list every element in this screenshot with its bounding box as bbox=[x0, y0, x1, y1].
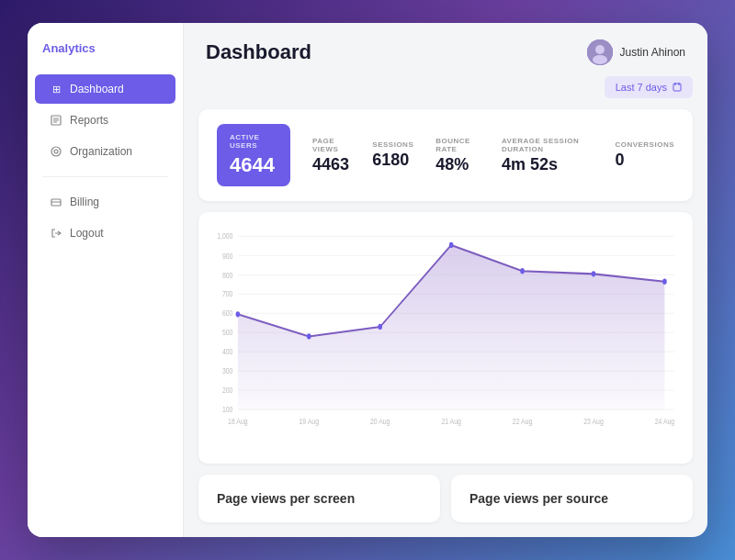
svg-point-4 bbox=[51, 147, 61, 156]
page-views-per-source-card: Page views per source bbox=[451, 475, 693, 522]
line-chart: 1,000 900 800 700 600 500 400 300 200 10… bbox=[213, 227, 678, 429]
sidebar-item-organization[interactable]: Organization bbox=[35, 137, 175, 166]
svg-text:300: 300 bbox=[222, 366, 233, 375]
svg-text:24 Aug: 24 Aug bbox=[655, 417, 675, 426]
page-views-stat: PAGE VIEWS 4463 bbox=[312, 137, 350, 174]
sidebar-item-dashboard[interactable]: ⊞ Dashboard bbox=[35, 74, 175, 104]
avg-session-stat: AVERAGE SESSION DURATION 4m 52s bbox=[502, 137, 593, 174]
content-area: Last 7 days ACTIVE USERS 4644 PAGE VIEWS… bbox=[184, 76, 707, 537]
sessions-stat: SESSIONS 6180 bbox=[372, 140, 413, 170]
svg-text:600: 600 bbox=[222, 308, 233, 318]
billing-icon bbox=[50, 196, 62, 208]
date-filter-row: Last 7 days bbox=[198, 76, 693, 98]
svg-text:800: 800 bbox=[222, 271, 233, 280]
topbar: Dashboard Justin Ahinon bbox=[184, 23, 707, 76]
svg-text:400: 400 bbox=[222, 347, 233, 356]
sidebar-item-logout[interactable]: Logout bbox=[35, 218, 175, 248]
date-filter-button[interactable]: Last 7 days bbox=[605, 76, 693, 98]
sidebar: Analytics ⊞ Dashboard Reports Organizati… bbox=[28, 23, 184, 537]
bounce-rate-stat: BOUNCE RATE 48% bbox=[435, 137, 480, 174]
svg-point-11 bbox=[593, 55, 607, 64]
svg-point-39 bbox=[449, 242, 454, 248]
svg-text:20 Aug: 20 Aug bbox=[370, 417, 390, 426]
active-users-stat: ACTIVE USERS 4644 bbox=[217, 124, 290, 186]
svg-text:900: 900 bbox=[222, 252, 233, 261]
svg-text:23 Aug: 23 Aug bbox=[583, 417, 604, 426]
svg-point-40 bbox=[520, 268, 525, 274]
svg-text:22 Aug: 22 Aug bbox=[513, 417, 533, 426]
user-info: Justin Ahinon bbox=[587, 39, 685, 65]
logout-icon bbox=[50, 227, 62, 240]
svg-text:200: 200 bbox=[222, 386, 233, 395]
svg-point-5 bbox=[54, 150, 58, 153]
svg-text:500: 500 bbox=[222, 328, 233, 337]
page-title: Dashboard bbox=[206, 40, 311, 64]
svg-point-38 bbox=[378, 324, 382, 330]
svg-text:700: 700 bbox=[222, 289, 233, 298]
user-name: Justin Ahinon bbox=[620, 46, 685, 59]
chart-container: 1,000 900 800 700 600 500 400 300 200 10… bbox=[213, 227, 678, 429]
organization-icon bbox=[50, 145, 62, 158]
svg-marker-35 bbox=[238, 245, 665, 410]
svg-point-36 bbox=[236, 311, 241, 317]
svg-text:18 Aug: 18 Aug bbox=[228, 417, 248, 426]
svg-point-41 bbox=[592, 271, 596, 276]
chart-card: 1,000 900 800 700 600 500 400 300 200 10… bbox=[198, 212, 693, 464]
dashboard-icon: ⊞ bbox=[50, 83, 62, 95]
sidebar-logo: Analytics bbox=[28, 41, 183, 73]
reports-icon bbox=[50, 114, 62, 127]
sidebar-item-billing[interactable]: Billing bbox=[35, 187, 175, 217]
sidebar-item-reports[interactable]: Reports bbox=[35, 106, 175, 135]
svg-text:19 Aug: 19 Aug bbox=[300, 417, 320, 426]
page-views-per-screen-card: Page views per screen bbox=[198, 475, 440, 522]
svg-text:1,000: 1,000 bbox=[217, 231, 233, 241]
svg-rect-12 bbox=[673, 84, 681, 91]
svg-text:100: 100 bbox=[222, 405, 233, 414]
bottom-row: Page views per screen Page views per sou… bbox=[198, 475, 693, 522]
svg-text:21 Aug: 21 Aug bbox=[441, 417, 461, 426]
sidebar-divider bbox=[42, 176, 168, 177]
stats-card: ACTIVE USERS 4644 PAGE VIEWS 4463 SESSIO… bbox=[198, 109, 693, 201]
conversions-stat: CONVERSIONS 0 bbox=[615, 140, 674, 170]
svg-point-37 bbox=[307, 333, 311, 339]
svg-point-10 bbox=[595, 45, 605, 54]
main-content: Dashboard Justin Ahinon Last 7 days ACTI… bbox=[184, 23, 707, 537]
avatar bbox=[587, 39, 613, 65]
svg-point-42 bbox=[662, 279, 667, 285]
app-window: Analytics ⊞ Dashboard Reports Organizati… bbox=[28, 23, 707, 537]
